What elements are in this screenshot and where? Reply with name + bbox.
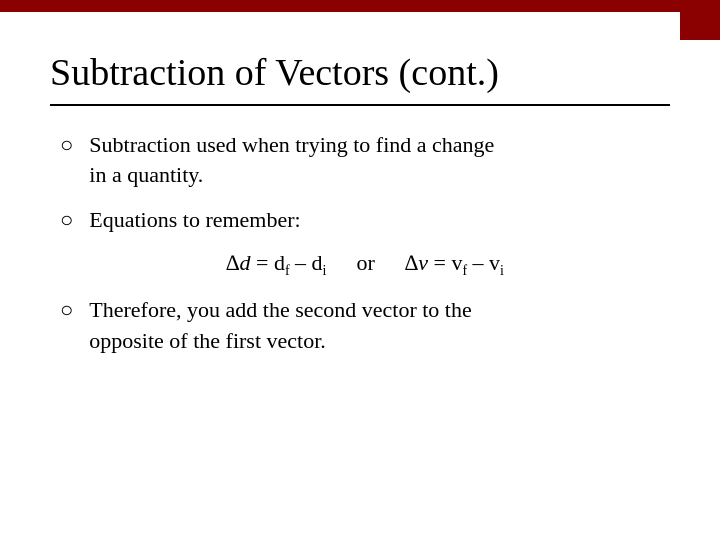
bullet-item-3: ○ Therefore, you add the second vector t…: [60, 295, 670, 357]
equation-or: or: [356, 250, 374, 276]
equation-left: ∆d = df – di: [226, 250, 326, 279]
equation-row: ∆d = df – di or ∆v = vf – vi: [60, 250, 670, 279]
bullet-icon-3: ○: [60, 297, 73, 323]
sub-f1: f: [285, 263, 290, 278]
sub-f2: f: [462, 263, 467, 278]
bullet-icon-2: ○: [60, 207, 73, 233]
bullet-item-1: ○ Subtraction used when trying to find a…: [60, 130, 670, 192]
bullet-text-1: Subtraction used when trying to find a c…: [89, 130, 494, 192]
slide: Subtraction of Vectors (cont.) ○ Subtrac…: [0, 0, 720, 540]
bullet-icon-1: ○: [60, 132, 73, 158]
bullet-text-2: Equations to remember:: [89, 205, 300, 236]
slide-title: Subtraction of Vectors (cont.): [50, 50, 670, 96]
bullet-item-2: ○ Equations to remember:: [60, 205, 670, 236]
title-divider: [50, 104, 670, 106]
title-section: Subtraction of Vectors (cont.): [50, 50, 670, 106]
sub-i1: i: [323, 263, 327, 278]
top-bar-accent: [0, 0, 720, 12]
corner-accent: [680, 0, 720, 40]
sub-i2: i: [500, 263, 504, 278]
delta-v: ∆v: [405, 250, 428, 275]
equation-right: ∆v = vf – vi: [405, 250, 504, 279]
bullet-text-3: Therefore, you add the second vector to …: [89, 295, 471, 357]
slide-content: ○ Subtraction used when trying to find a…: [50, 130, 670, 357]
delta-d: ∆d: [226, 250, 250, 275]
